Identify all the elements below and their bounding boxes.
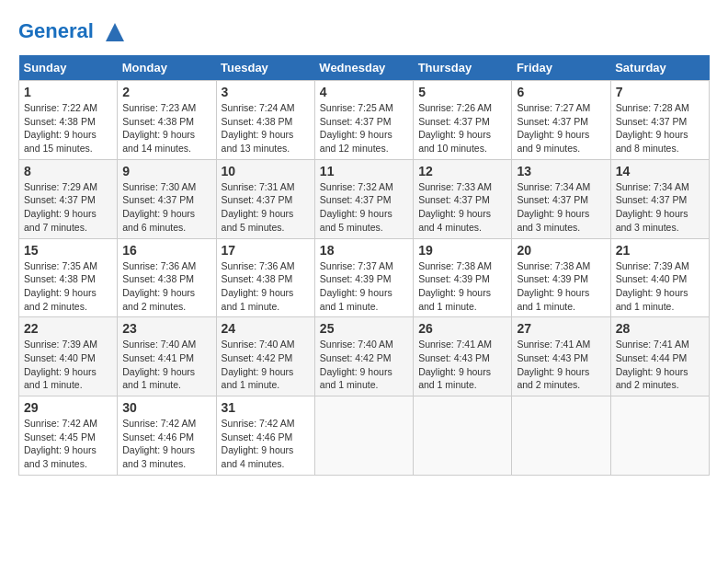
day-detail: Sunrise: 7:38 AM Sunset: 4:39 PM Dayligh…: [418, 259, 506, 314]
day-number: 13: [517, 164, 605, 178]
day-cell: 11Sunrise: 7:32 AM Sunset: 4:37 PM Dayli…: [314, 159, 413, 238]
day-cell: 9Sunrise: 7:30 AM Sunset: 4:37 PM Daylig…: [118, 159, 216, 238]
day-number: 14: [616, 164, 704, 178]
day-detail: Sunrise: 7:32 AM Sunset: 4:37 PM Dayligh…: [320, 180, 408, 235]
day-cell: 6Sunrise: 7:27 AM Sunset: 4:37 PM Daylig…: [512, 81, 610, 160]
day-cell: 10Sunrise: 7:31 AM Sunset: 4:37 PM Dayli…: [216, 159, 314, 238]
col-header-tuesday: Tuesday: [216, 55, 314, 81]
day-cell: 15Sunrise: 7:35 AM Sunset: 4:38 PM Dayli…: [19, 238, 118, 317]
day-detail: Sunrise: 7:42 AM Sunset: 4:45 PM Dayligh…: [24, 417, 112, 471]
day-cell: 31Sunrise: 7:42 AM Sunset: 4:46 PM Dayli…: [216, 396, 314, 476]
day-detail: Sunrise: 7:34 AM Sunset: 4:37 PM Dayligh…: [616, 180, 704, 235]
day-number: 23: [122, 321, 210, 336]
week-row-4: 22Sunrise: 7:39 AM Sunset: 4:40 PM Dayli…: [19, 317, 710, 396]
day-detail: Sunrise: 7:33 AM Sunset: 4:37 PM Dayligh…: [418, 180, 506, 235]
day-detail: Sunrise: 7:39 AM Sunset: 4:40 PM Dayligh…: [616, 259, 704, 314]
day-detail: Sunrise: 7:24 AM Sunset: 4:38 PM Dayligh…: [222, 101, 310, 155]
day-number: 31: [222, 400, 310, 415]
day-cell: 2Sunrise: 7:23 AM Sunset: 4:38 PM Daylig…: [118, 81, 216, 160]
day-cell: 29Sunrise: 7:42 AM Sunset: 4:45 PM Dayli…: [19, 396, 118, 476]
day-cell: 16Sunrise: 7:36 AM Sunset: 4:38 PM Dayli…: [118, 238, 216, 317]
day-number: 9: [122, 164, 210, 178]
day-cell: 27Sunrise: 7:41 AM Sunset: 4:43 PM Dayli…: [512, 317, 610, 396]
week-row-1: 1Sunrise: 7:22 AM Sunset: 4:38 PM Daylig…: [19, 81, 710, 160]
day-cell: 1Sunrise: 7:22 AM Sunset: 4:38 PM Daylig…: [19, 81, 118, 160]
day-cell: 24Sunrise: 7:40 AM Sunset: 4:42 PM Dayli…: [216, 317, 314, 396]
week-row-5: 29Sunrise: 7:42 AM Sunset: 4:45 PM Dayli…: [19, 396, 710, 476]
day-detail: Sunrise: 7:40 AM Sunset: 4:41 PM Dayligh…: [122, 338, 210, 392]
logo: General: [18, 18, 129, 46]
day-detail: Sunrise: 7:27 AM Sunset: 4:37 PM Dayligh…: [517, 101, 605, 155]
day-number: 25: [320, 321, 408, 336]
day-cell: 4Sunrise: 7:25 AM Sunset: 4:37 PM Daylig…: [314, 81, 413, 160]
day-cell: 28Sunrise: 7:41 AM Sunset: 4:44 PM Dayli…: [610, 317, 709, 396]
day-detail: Sunrise: 7:39 AM Sunset: 4:40 PM Dayligh…: [24, 338, 112, 392]
col-header-friday: Friday: [512, 55, 610, 81]
day-number: 7: [616, 85, 704, 99]
day-detail: Sunrise: 7:30 AM Sunset: 4:37 PM Dayligh…: [122, 180, 210, 235]
day-cell: [314, 396, 413, 476]
day-detail: Sunrise: 7:42 AM Sunset: 4:46 PM Dayligh…: [222, 417, 310, 471]
day-cell: 17Sunrise: 7:36 AM Sunset: 4:38 PM Dayli…: [216, 238, 314, 317]
day-detail: Sunrise: 7:40 AM Sunset: 4:42 PM Dayligh…: [320, 338, 408, 392]
day-detail: Sunrise: 7:26 AM Sunset: 4:37 PM Dayligh…: [418, 101, 506, 155]
day-detail: Sunrise: 7:28 AM Sunset: 4:37 PM Dayligh…: [616, 101, 704, 155]
day-number: 30: [122, 400, 210, 415]
col-header-monday: Monday: [118, 55, 216, 81]
day-cell: 19Sunrise: 7:38 AM Sunset: 4:39 PM Dayli…: [414, 238, 512, 317]
day-detail: Sunrise: 7:41 AM Sunset: 4:43 PM Dayligh…: [517, 338, 605, 392]
col-header-wednesday: Wednesday: [314, 55, 413, 81]
day-number: 19: [418, 243, 506, 258]
day-cell: 26Sunrise: 7:41 AM Sunset: 4:43 PM Dayli…: [414, 317, 512, 396]
calendar-table: SundayMondayTuesdayWednesdayThursdayFrid…: [18, 55, 710, 476]
day-cell: 8Sunrise: 7:29 AM Sunset: 4:37 PM Daylig…: [19, 159, 118, 238]
day-cell: 5Sunrise: 7:26 AM Sunset: 4:37 PM Daylig…: [414, 81, 512, 160]
day-number: 12: [418, 164, 506, 178]
day-number: 27: [517, 321, 605, 336]
day-number: 29: [24, 400, 112, 415]
day-cell: 18Sunrise: 7:37 AM Sunset: 4:39 PM Dayli…: [314, 238, 413, 317]
day-number: 20: [517, 243, 605, 258]
day-number: 10: [222, 164, 310, 178]
day-cell: 22Sunrise: 7:39 AM Sunset: 4:40 PM Dayli…: [19, 317, 118, 396]
day-number: 24: [222, 321, 310, 336]
day-cell: 14Sunrise: 7:34 AM Sunset: 4:37 PM Dayli…: [610, 159, 709, 238]
day-cell: [610, 396, 709, 476]
day-detail: Sunrise: 7:42 AM Sunset: 4:46 PM Dayligh…: [122, 417, 210, 471]
day-number: 6: [517, 85, 605, 99]
day-number: 11: [320, 164, 408, 178]
day-cell: 12Sunrise: 7:33 AM Sunset: 4:37 PM Dayli…: [414, 159, 512, 238]
col-header-sunday: Sunday: [19, 55, 118, 81]
day-detail: Sunrise: 7:36 AM Sunset: 4:38 PM Dayligh…: [222, 259, 310, 314]
day-cell: 13Sunrise: 7:34 AM Sunset: 4:37 PM Dayli…: [512, 159, 610, 238]
day-cell: [512, 396, 610, 476]
day-detail: Sunrise: 7:38 AM Sunset: 4:39 PM Dayligh…: [517, 259, 605, 314]
day-detail: Sunrise: 7:34 AM Sunset: 4:37 PM Dayligh…: [517, 180, 605, 235]
day-detail: Sunrise: 7:41 AM Sunset: 4:44 PM Dayligh…: [616, 338, 704, 392]
col-header-saturday: Saturday: [610, 55, 709, 81]
day-number: 3: [222, 85, 310, 99]
day-number: 8: [24, 164, 112, 178]
day-number: 28: [616, 321, 704, 336]
svg-marker-0: [106, 23, 124, 41]
day-cell: 7Sunrise: 7:28 AM Sunset: 4:37 PM Daylig…: [610, 81, 709, 160]
day-cell: 20Sunrise: 7:38 AM Sunset: 4:39 PM Dayli…: [512, 238, 610, 317]
day-cell: 3Sunrise: 7:24 AM Sunset: 4:38 PM Daylig…: [216, 81, 314, 160]
day-number: 16: [122, 243, 210, 258]
day-number: 18: [320, 243, 408, 258]
day-number: 5: [418, 85, 506, 99]
col-header-thursday: Thursday: [414, 55, 512, 81]
day-detail: Sunrise: 7:31 AM Sunset: 4:37 PM Dayligh…: [222, 180, 310, 235]
day-detail: Sunrise: 7:22 AM Sunset: 4:38 PM Dayligh…: [24, 101, 112, 155]
day-cell: 23Sunrise: 7:40 AM Sunset: 4:41 PM Dayli…: [118, 317, 216, 396]
day-detail: Sunrise: 7:23 AM Sunset: 4:38 PM Dayligh…: [122, 101, 210, 155]
day-number: 1: [24, 85, 112, 99]
day-detail: Sunrise: 7:37 AM Sunset: 4:39 PM Dayligh…: [320, 259, 408, 314]
day-detail: Sunrise: 7:36 AM Sunset: 4:38 PM Dayligh…: [122, 259, 210, 314]
day-detail: Sunrise: 7:25 AM Sunset: 4:37 PM Dayligh…: [320, 101, 408, 155]
day-number: 2: [122, 85, 210, 99]
week-row-3: 15Sunrise: 7:35 AM Sunset: 4:38 PM Dayli…: [19, 238, 710, 317]
logo-text: General: [18, 18, 129, 46]
week-row-2: 8Sunrise: 7:29 AM Sunset: 4:37 PM Daylig…: [19, 159, 710, 238]
day-number: 17: [222, 243, 310, 258]
